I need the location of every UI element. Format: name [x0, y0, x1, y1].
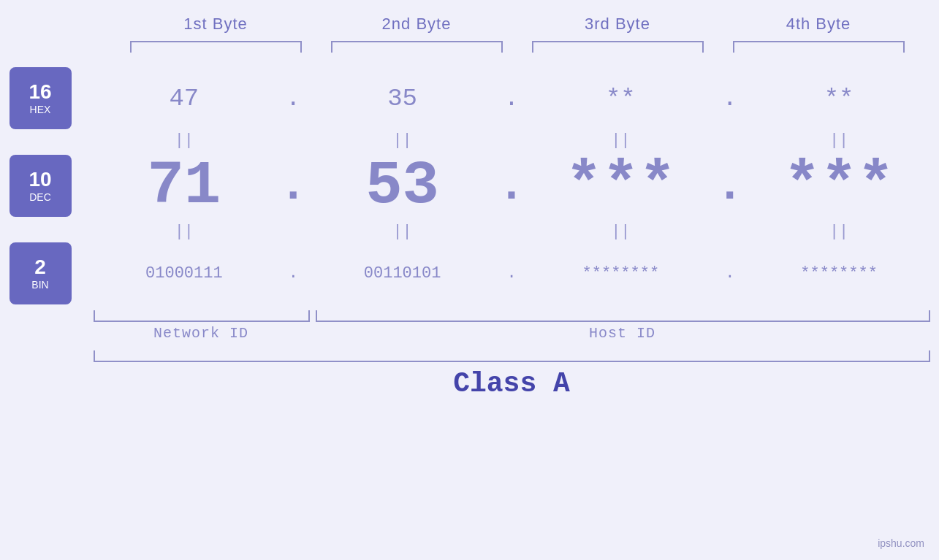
dec-badge-number: 10 — [28, 169, 51, 190]
hex-badge-number: 16 — [28, 82, 51, 102]
hex-badge: 16 HEX — [9, 67, 72, 129]
eq2-b2: || — [311, 223, 493, 241]
hex-dot3: . — [712, 85, 748, 112]
bin-row: 2 BIN 01000111 . 00110101 . ******** . *… — [9, 242, 930, 304]
bracket-3 — [532, 41, 704, 53]
bin-dot1: . — [275, 264, 311, 283]
dec-badge: 10 DEC — [9, 155, 72, 217]
hex-b1: 47 — [94, 85, 275, 112]
bottom-bracket-row — [9, 310, 930, 322]
dec-dot3: . — [712, 160, 748, 212]
bin-badge-label: BIN — [31, 279, 48, 291]
hex-dot1: . — [275, 85, 311, 112]
dec-b4: *** — [748, 151, 930, 220]
id-labels: Network ID Host ID — [9, 325, 930, 342]
class-label: Class A — [94, 368, 930, 399]
dec-b2: 53 — [311, 151, 493, 220]
eq1-b3: || — [530, 131, 712, 150]
dec-row: 10 DEC 71 . 53 . *** . *** — [9, 151, 930, 220]
eq2-b3: || — [530, 223, 712, 241]
hex-b3: ** — [530, 85, 712, 112]
hex-values: 47 . 35 . ** . ** — [94, 85, 930, 112]
eq2-b1: || — [94, 223, 275, 241]
watermark: ipshu.com — [878, 537, 924, 549]
hex-dot2: . — [493, 85, 530, 112]
dec-dot1: . — [275, 160, 311, 212]
hex-badge-label: HEX — [30, 104, 51, 115]
hex-b4: ** — [748, 85, 930, 112]
host-id-label: Host ID — [314, 325, 930, 342]
bracket-2 — [331, 41, 503, 53]
bin-b4: ******** — [748, 264, 930, 283]
byte4-header: 4th Byte — [718, 15, 919, 34]
eq2-b4: || — [748, 223, 930, 241]
network-id-label: Network ID — [94, 325, 309, 342]
byte1-header: 1st Byte — [115, 15, 316, 34]
bin-dot3: . — [712, 264, 748, 283]
byte-headers: 1st Byte 2nd Byte 3rd Byte 4th Byte — [115, 15, 919, 34]
dec-badge-label: DEC — [29, 191, 51, 203]
bin-b3: ******** — [530, 264, 712, 283]
equals-row-1: || || || || — [9, 129, 930, 151]
equals-row-2: || || || || — [9, 220, 930, 242]
full-bottom-bracket — [94, 350, 930, 362]
bin-b1: 01000111 — [94, 264, 275, 283]
eq1-b4: || — [748, 131, 930, 150]
bin-b2: 00110101 — [311, 264, 493, 283]
bracket-4 — [733, 41, 905, 53]
hex-b2: 35 — [311, 85, 493, 112]
top-brackets — [115, 41, 919, 53]
eq1-b1: || — [94, 131, 275, 150]
bin-values: 01000111 . 00110101 . ******** . *******… — [94, 264, 930, 283]
bracket-1 — [130, 41, 302, 53]
class-label-row: Class A — [9, 368, 930, 399]
bin-dot2: . — [493, 264, 530, 283]
dec-b3: *** — [530, 151, 712, 220]
network-bracket — [94, 310, 311, 322]
dec-dot2: . — [493, 160, 530, 212]
hex-row: 16 HEX 47 . 35 . ** . ** — [9, 67, 930, 129]
dec-values: 71 . 53 . *** . *** — [94, 151, 930, 220]
bin-badge-number: 2 — [34, 257, 46, 277]
byte2-header: 2nd Byte — [316, 15, 517, 34]
full-bracket-row — [9, 350, 930, 362]
bin-badge: 2 BIN — [9, 242, 72, 304]
dec-b1: 71 — [94, 151, 275, 220]
host-bracket — [316, 310, 930, 322]
eq1-b2: || — [311, 131, 493, 150]
main-container: 1st Byte 2nd Byte 3rd Byte 4th Byte 16 H… — [0, 0, 939, 560]
byte3-header: 3rd Byte — [517, 15, 718, 34]
